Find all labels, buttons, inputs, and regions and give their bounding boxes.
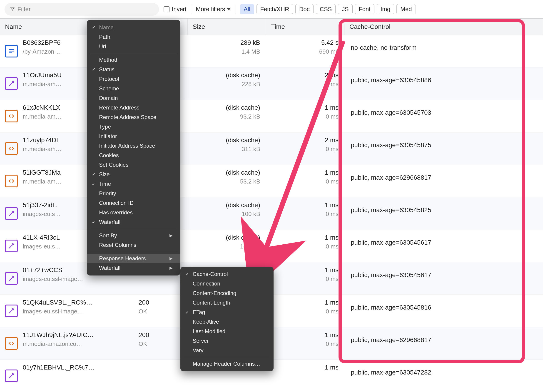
filter-chip-img[interactable]: Img — [377, 4, 394, 14]
time-cell: 2 ms1 ms — [266, 67, 345, 100]
cache-control-cell: public, max-age=629668817 — [345, 327, 543, 359]
menu-item-connection-id[interactable]: Connection ID — [87, 198, 180, 208]
type-filter-chips: AllFetch/XHRDocCSSJSFontImgMed — [240, 4, 416, 14]
more-filters-button[interactable]: More filters — [196, 6, 231, 13]
filter-icon — [10, 7, 15, 12]
menu-item-set-cookies[interactable]: Set Cookies — [87, 160, 180, 170]
header-size[interactable]: Size — [188, 19, 266, 35]
type-icon-cell — [0, 230, 23, 262]
menu-item-remote-address-space[interactable]: Remote Address Space — [87, 112, 180, 122]
time-cell: 1 ms0 ms — [266, 295, 345, 327]
table-row[interactable]: 51j337-2idL.images-eu.s…(disk cache)100 … — [0, 197, 543, 230]
divider — [235, 5, 235, 14]
table-row[interactable]: 61xJcNKKLXm.media-am…(disk cache)93.2 kB… — [0, 100, 543, 132]
menu-item-method[interactable]: Method — [87, 55, 180, 65]
css-file-icon — [5, 207, 18, 220]
menu-item-url[interactable]: Url — [87, 42, 180, 51]
filter-chip-med[interactable]: Med — [396, 4, 416, 14]
table-row[interactable]: 11zuylp74DLm.media-am…(disk cache)311 kB… — [0, 132, 543, 165]
time-cell: 2 ms0 ms — [266, 132, 345, 165]
filter-chip-all[interactable]: All — [240, 4, 254, 14]
filter-chip-font[interactable]: Font — [355, 4, 374, 14]
menu-item-has-overrides[interactable]: Has overrides — [87, 208, 180, 217]
menu-item-remote-address[interactable]: Remote Address — [87, 103, 180, 112]
table-row[interactable]: 51iGGT8JMam.media-am…(disk cache)53.2 kB… — [0, 165, 543, 197]
css-file-icon — [5, 305, 18, 317]
type-icon-cell — [0, 327, 23, 359]
menu-item-type[interactable]: Type — [87, 122, 180, 131]
name-cell: 01y7h1EBHVL._RC%7… — [23, 360, 136, 392]
table-row[interactable]: 41LX-4RI3cLimages-eu.s…(disk cache)16.8 … — [0, 230, 543, 262]
size-cell: (disk cache)93.2 kB — [188, 100, 266, 132]
menu-item-waterfall[interactable]: Waterfall — [87, 217, 180, 227]
menu-item-path[interactable]: Path — [87, 32, 180, 42]
row-domain: images-eu.ssl-image… — [23, 308, 136, 315]
submenu-item-cache-control[interactable]: Cache-Control — [180, 269, 274, 279]
filter-box[interactable] — [5, 3, 159, 16]
type-icon-cell — [0, 295, 23, 327]
menu-item-initiator[interactable]: Initiator — [87, 131, 180, 141]
menu-item-scheme[interactable]: Scheme — [87, 84, 180, 93]
submenu-arrow-icon: ▶ — [170, 265, 173, 270]
css-file-icon — [5, 77, 18, 90]
menu-item-domain[interactable]: Domain — [87, 93, 180, 103]
menu-item-name[interactable]: Name — [87, 23, 180, 32]
submenu-item-connection[interactable]: Connection — [180, 279, 274, 288]
menu-separator — [184, 357, 270, 357]
type-icon-cell — [0, 67, 23, 100]
submenu-item-keep-alive[interactable]: Keep-Alive — [180, 317, 274, 327]
filter-chip-doc[interactable]: Doc — [295, 4, 314, 14]
css-file-icon — [5, 272, 18, 285]
cache-control-cell: public, max-age=630545825 — [345, 197, 543, 230]
menu-item-initiator-address-space[interactable]: Initiator Address Space — [87, 141, 180, 151]
time-cell: 1 ms0 ms — [266, 327, 345, 359]
filter-chip-fetchxhr[interactable]: Fetch/XHR — [256, 4, 293, 14]
type-icon-cell — [0, 132, 23, 165]
header-time[interactable]: Time — [266, 19, 345, 35]
menu-separator — [90, 229, 177, 229]
type-icon-cell — [0, 360, 23, 392]
menu-item-time[interactable]: Time — [87, 179, 180, 189]
submenu-item-content-encoding[interactable]: Content-Encoding — [180, 288, 274, 298]
header-cache-control[interactable]: Cache-Control — [345, 19, 543, 35]
size-cell: (disk cache)228 kB — [188, 67, 266, 100]
time-cell: 1 ms0 ms — [266, 230, 345, 262]
time-cell: 1 ms0 ms — [266, 165, 345, 197]
cache-control-cell: public, max-age=630545617 — [345, 262, 543, 295]
size-cell: (disk cache)16.8 kB — [188, 230, 266, 262]
menu-item-size[interactable]: Size — [87, 170, 180, 179]
filter-chip-css[interactable]: CSS — [316, 4, 336, 14]
cache-control-cell: public, max-age=630547282 — [345, 360, 543, 392]
menu-item-cookies[interactable]: Cookies — [87, 151, 180, 160]
submenu-item-server[interactable]: Server — [180, 336, 274, 346]
menu-item-reset-columns[interactable]: Reset Columns — [87, 240, 180, 250]
menu-item-status[interactable]: Status — [87, 65, 180, 74]
cache-control-cell: public, max-age=630545703 — [345, 100, 543, 132]
menu-item-response-headers[interactable]: Response Headers▶ — [87, 254, 180, 263]
type-icon-cell — [0, 262, 23, 295]
manage-header-columns[interactable]: Manage Header Columns… — [180, 359, 274, 369]
menu-item-priority[interactable]: Priority — [87, 189, 180, 198]
filter-input[interactable] — [17, 6, 153, 13]
filter-chip-js[interactable]: JS — [338, 4, 352, 14]
table-row[interactable]: B08632BPF6/by-Amazon-…289 kB1.4 MB5.42 s… — [0, 35, 543, 67]
table-row[interactable]: 11OrJUma5Um.media-am…(disk cache)228 kB2… — [0, 67, 543, 100]
submenu-item-etag[interactable]: ETag — [180, 308, 274, 317]
time-cell: 5.42 s690 ms — [266, 35, 345, 67]
type-icon-cell — [0, 197, 23, 230]
menu-item-protocol[interactable]: Protocol — [87, 74, 180, 84]
type-icon-cell — [0, 35, 23, 67]
time-cell: 1 ms — [266, 360, 345, 392]
response-headers-submenu[interactable]: Cache-ControlConnectionContent-EncodingC… — [180, 267, 274, 371]
column-headers: Name Size Time Cache-Control — [0, 19, 543, 35]
row-name: 51QK4uLSVBL._RC%… — [23, 299, 136, 306]
menu-item-waterfall[interactable]: Waterfall▶ — [87, 263, 180, 273]
submenu-item-vary[interactable]: Vary — [180, 346, 274, 355]
submenu-arrow-icon: ▶ — [170, 233, 173, 238]
submenu-item-last-modified[interactable]: Last-Modified — [180, 327, 274, 336]
invert-toggle[interactable]: Invert — [164, 6, 187, 13]
invert-checkbox[interactable] — [164, 6, 170, 12]
menu-item-sort-by[interactable]: Sort By▶ — [87, 231, 180, 240]
submenu-item-content-length[interactable]: Content-Length — [180, 298, 274, 308]
columns-context-menu[interactable]: NamePathUrlMethodStatusProtocolSchemeDom… — [87, 20, 180, 275]
